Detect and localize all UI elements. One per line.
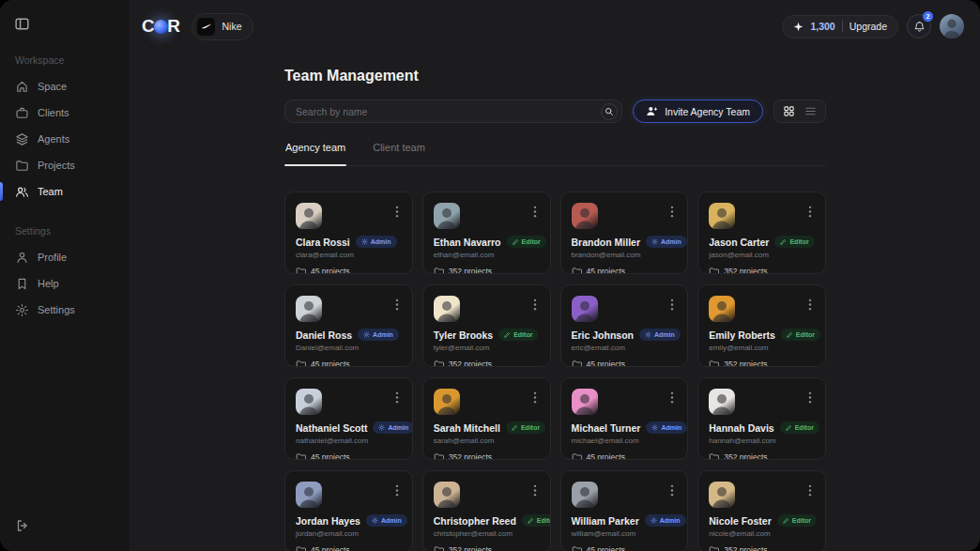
card-menu-button[interactable]: [805, 297, 815, 313]
tab-agency-team[interactable]: Agency team: [284, 142, 346, 165]
role-label: Admin: [660, 517, 681, 524]
pencil-icon: [783, 517, 789, 524]
member-name: Hannah Davis: [709, 422, 773, 434]
member-card[interactable]: Brandon Miller Admin brandon@email.com 4…: [560, 191, 689, 274]
role-badge: Admin: [639, 329, 681, 341]
card-menu-button[interactable]: [392, 204, 402, 220]
role-label: Editor: [796, 331, 815, 338]
divider: [842, 21, 843, 32]
avatar: [296, 389, 322, 415]
search-button[interactable]: [601, 103, 618, 120]
grid-view-icon[interactable]: [783, 105, 795, 117]
card-menu-button[interactable]: [667, 482, 677, 498]
credits-amount: 1,300: [810, 21, 835, 32]
member-card[interactable]: Eric Johnson Admin eric@email.com 45 pro…: [560, 284, 689, 367]
member-name: Ethan Navarro: [434, 237, 501, 248]
card-menu-button[interactable]: [530, 390, 540, 406]
tab-client-team[interactable]: Client team: [372, 142, 426, 165]
member-card[interactable]: Ethan Navarro Editor ethan@email.com 352…: [422, 191, 551, 274]
member-card[interactable]: Daniel Ross Admin Daniel@email.com 45 pr…: [284, 284, 413, 367]
card-menu-button[interactable]: [667, 297, 677, 313]
role-badge: Editor: [498, 329, 538, 341]
gear-icon: [363, 331, 370, 338]
member-email: nathaniel@email.com: [296, 436, 402, 445]
member-card[interactable]: Jason Carter Editor jason@email.com 352 …: [697, 191, 826, 274]
sidebar-item-agents[interactable]: Agents: [0, 126, 130, 152]
role-badge: Editor: [774, 236, 814, 248]
logo-globe-icon: [154, 20, 168, 34]
card-menu-button[interactable]: [392, 297, 402, 313]
member-card[interactable]: Sarah Mitchell Editor sarah@email.com 35…: [422, 377, 551, 460]
search-input[interactable]: [296, 106, 601, 117]
projects-count: 45 projects: [311, 267, 350, 274]
folder-icon: [434, 452, 444, 460]
logo-letter-c: C: [142, 16, 155, 37]
card-menu-button[interactable]: [530, 482, 540, 498]
projects-count: 352 projects: [724, 452, 767, 460]
list-view-icon[interactable]: [804, 105, 817, 117]
sidebar-item-label: Clients: [38, 107, 69, 118]
projects-count: 352 projects: [449, 545, 492, 551]
member-card[interactable]: Jordan Hayes Admin jordan@email.com 45 p…: [284, 470, 413, 551]
sidebar-item-settings[interactable]: Settings: [0, 297, 130, 323]
member-name: Daniel Ross: [296, 329, 352, 341]
sidebar-item-projects[interactable]: Projects: [0, 152, 130, 178]
avatar: [709, 482, 735, 508]
invite-agency-team-button[interactable]: Invite Agency Team: [633, 99, 763, 123]
role-badge: Editor: [777, 514, 817, 527]
card-menu-button[interactable]: [392, 482, 402, 498]
member-email: william@email.com: [572, 529, 678, 538]
sidebar-collapse-button[interactable]: [14, 13, 35, 34]
sidebar-item-label: Agents: [38, 133, 69, 145]
avatar: [709, 296, 735, 322]
member-card[interactable]: Emily Roberts Editor emily@email.com 352…: [697, 284, 826, 367]
sidebar-item-clients[interactable]: Clients: [0, 99, 130, 126]
credits-pill[interactable]: 1,300 Upgrade: [782, 15, 898, 38]
sidebar-item-space[interactable]: Space: [0, 73, 130, 99]
avatar: [296, 296, 322, 322]
card-menu-button[interactable]: [667, 204, 677, 220]
projects-count: 352 projects: [449, 452, 492, 460]
upgrade-button[interactable]: Upgrade: [850, 21, 887, 32]
sidebar-item-help[interactable]: Help: [0, 270, 130, 297]
member-email: jason@email.com: [709, 251, 815, 259]
member-card[interactable]: Nathaniel Scott Admin nathaniel@email.co…: [284, 377, 413, 460]
avatar: [572, 203, 598, 229]
card-menu-button[interactable]: [805, 390, 815, 406]
member-card[interactable]: Tyler Brooks Editor tyler@email.com 352 …: [422, 284, 551, 367]
role-badge: Editor: [780, 421, 819, 434]
page-title: Team Management: [284, 68, 826, 84]
avatar: [572, 482, 598, 508]
member-name: Michael Turner: [572, 422, 641, 434]
role-label: Admin: [371, 238, 391, 245]
role-label: Editor: [522, 238, 541, 245]
card-menu-button[interactable]: [530, 297, 540, 313]
member-card[interactable]: Clara Rossi Admin clara@email.com 45 pro…: [284, 191, 413, 274]
user-avatar[interactable]: [940, 14, 964, 38]
card-menu-button[interactable]: [667, 390, 677, 406]
role-label: Editor: [537, 517, 551, 524]
avatar: [434, 389, 460, 415]
member-card[interactable]: Michael Turner Admin michael@email.com 4…: [560, 377, 689, 460]
sidebar-item-profile[interactable]: Profile: [0, 244, 130, 270]
logout-button[interactable]: [15, 517, 32, 534]
member-card[interactable]: Hannah Davis Editor hannah@email.com 352…: [697, 377, 826, 460]
member-email: ethan@email.com: [434, 251, 540, 259]
notifications-button[interactable]: 2: [907, 14, 931, 38]
folder-icon: [709, 545, 719, 551]
card-menu-button[interactable]: [392, 390, 402, 406]
member-card[interactable]: Christopher Reed Editor christopher@emai…: [422, 470, 551, 551]
member-card[interactable]: William Parker Admin william@email.com 4…: [560, 470, 689, 551]
folder-icon: [572, 360, 582, 367]
sidebar-item-team[interactable]: Team: [0, 178, 130, 205]
member-name: Clara Rossi: [296, 237, 350, 248]
workspace-switcher[interactable]: Nike: [191, 13, 253, 40]
card-menu-button[interactable]: [530, 204, 540, 220]
member-name: Eric Johnson: [572, 329, 635, 341]
card-menu-button[interactable]: [805, 482, 815, 498]
app-logo: C R: [142, 16, 180, 37]
member-email: michael@email.com: [572, 436, 678, 445]
member-card[interactable]: Nicole Foster Editor nicole@email.com 35…: [697, 470, 826, 551]
card-menu-button[interactable]: [805, 204, 815, 220]
gear-icon: [651, 238, 658, 245]
